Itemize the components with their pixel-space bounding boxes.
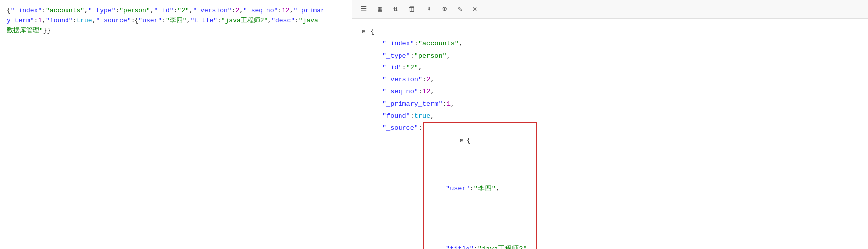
field-index: "_index":"accounts", (362, 38, 858, 50)
collapse-root[interactable]: ⊟ (362, 27, 369, 37)
val-index: "accounts" (418, 38, 459, 50)
key-version: "_version" (382, 74, 422, 86)
key-user: "user" (446, 183, 470, 195)
source-field-title: "title":"java工程师2", (428, 243, 533, 249)
key-id: "_id" (382, 62, 402, 74)
root-open: ⊟{ (362, 26, 858, 38)
source-block: ⊟{ "user":"李四", "title":"java工程师2", "des… (423, 122, 537, 249)
key-type: "_type" (382, 50, 410, 62)
json-viewer: ⊟{ "_index":"accounts", "_type":"person"… (352, 19, 868, 249)
toolbar: ☰ ▦ ⇅ 🗑 ⬇ ⊕ ✎ ✕ (352, 0, 868, 19)
val-user: "李四" (474, 183, 496, 195)
field-id: "_id":"2", (362, 62, 858, 74)
source-field-user: "user":"李四", (428, 183, 533, 195)
close-icon[interactable]: ✕ (471, 3, 479, 15)
raw-json-text: {"_index":"accounts","_type":"person","_… (7, 6, 345, 36)
val-id: "2" (406, 62, 418, 74)
val-primary-term: 1 (447, 98, 451, 110)
collapse-source[interactable]: ⊟ (460, 136, 467, 146)
key-index: "_index" (382, 38, 414, 50)
key-source: "_source" (382, 123, 418, 134)
key-seq-no: "_seq_no" (382, 86, 418, 98)
field-version: "_version":2, (362, 74, 858, 86)
key-primary-term: "_primary_term" (382, 98, 443, 110)
right-panel: ☰ ▦ ⇅ 🗑 ⬇ ⊕ ✎ ✕ ⊟{ "_index":"accounts", … (352, 0, 868, 249)
val-type: "person" (414, 50, 447, 62)
field-found: "found":true, (362, 110, 858, 122)
left-panel: {"_index":"accounts","_type":"person","_… (0, 0, 352, 249)
table-icon[interactable]: ☰ (358, 3, 369, 15)
val-found: true (414, 110, 430, 122)
delete-icon[interactable]: 🗑 (406, 4, 418, 15)
copy-icon[interactable]: ⊕ (440, 3, 449, 15)
key-title: "title" (446, 243, 474, 249)
val-version: 2 (426, 74, 430, 86)
field-type: "_type":"person", (362, 50, 858, 62)
val-title: "java工程师2" (478, 243, 527, 249)
key-found: "found" (382, 110, 410, 122)
edit-icon[interactable]: ✎ (456, 4, 464, 14)
sort-icon[interactable]: ⇅ (391, 3, 400, 15)
download-icon[interactable]: ⬇ (425, 3, 433, 15)
field-seq-no: "_seq_no":12, (362, 86, 858, 98)
field-source: "_source": ⊟{ "user":"李四", "title":"java… (362, 122, 858, 249)
val-seq-no: 12 (422, 86, 430, 98)
grid-icon[interactable]: ▦ (376, 3, 384, 15)
field-primary-term: "_primary_term":1, (362, 98, 858, 110)
